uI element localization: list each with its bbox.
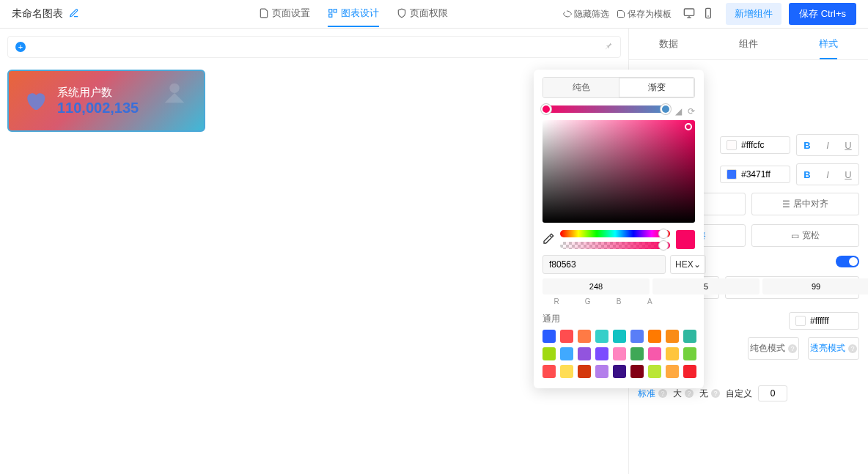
bg-color-input[interactable]: [789, 312, 859, 330]
preset-swatch[interactable]: [560, 365, 573, 378]
italic-button[interactable]: I: [817, 164, 838, 185]
preset-swatch[interactable]: [613, 330, 626, 343]
preset-swatch[interactable]: [595, 365, 608, 378]
rotate-icon[interactable]: ⟳: [688, 106, 695, 116]
preset-swatch[interactable]: [683, 365, 696, 378]
preset-swatch[interactable]: [613, 365, 626, 378]
preset-swatch[interactable]: [666, 330, 679, 343]
add-component-button[interactable]: 新增组件: [726, 3, 781, 25]
preset-swatch[interactable]: [578, 347, 591, 360]
format-select[interactable]: HEX ⌄: [670, 255, 706, 274]
radius-value-input[interactable]: [758, 385, 787, 401]
nav-chart-design[interactable]: 图表设计: [328, 1, 379, 27]
help-icon: ?: [788, 344, 797, 353]
preset-swatch[interactable]: [630, 365, 644, 378]
tab-style[interactable]: 样式: [788, 29, 868, 59]
nav-label: 页面权限: [410, 7, 448, 20]
edit-title-icon[interactable]: [69, 8, 79, 21]
gradient-stop-left[interactable]: [541, 104, 551, 114]
preset-swatch[interactable]: [666, 347, 679, 360]
tab-component[interactable]: 组件: [709, 29, 789, 59]
preset-swatch[interactable]: [648, 365, 661, 378]
r-input[interactable]: [542, 278, 650, 295]
help-icon: ?: [711, 389, 720, 398]
hex-input[interactable]: [542, 255, 666, 274]
preset-swatch[interactable]: [648, 347, 661, 360]
color-input-2[interactable]: [720, 166, 790, 183]
radius-standard[interactable]: 标准 ?: [638, 388, 667, 400]
gradient-stop-right[interactable]: [661, 104, 671, 114]
preset-swatch[interactable]: [578, 330, 591, 343]
nav-page-settings[interactable]: 页面设置: [259, 1, 310, 27]
nav-page-permission[interactable]: 页面权限: [397, 1, 448, 27]
preset-swatch[interactable]: [648, 330, 661, 343]
hide-filter-link[interactable]: 隐藏筛选: [563, 8, 609, 21]
color-input-1[interactable]: [720, 136, 790, 154]
color-picker-popup: 纯色 渐变 ◢ ⟳ HEX ⌄ ⌄ R G B A 通用: [534, 70, 704, 388]
preset-swatch[interactable]: [542, 347, 556, 360]
color-preview: [676, 230, 695, 249]
add-icon[interactable]: +: [15, 42, 26, 52]
bold-button[interactable]: B: [797, 164, 817, 185]
svg-rect-2: [329, 14, 332, 17]
mobile-icon[interactable]: [702, 7, 714, 21]
hue-slider[interactable]: [560, 230, 670, 237]
transparent-mode-button[interactable]: 透亮模式 ?: [808, 337, 859, 360]
g-label: G: [573, 297, 601, 305]
preset-swatch[interactable]: [630, 347, 644, 360]
metric-card[interactable]: 系统用户数 110,002,135: [7, 70, 205, 132]
heart-icon: [23, 89, 47, 113]
saturation-cursor[interactable]: [685, 123, 692, 130]
gradient-bar[interactable]: [542, 105, 669, 113]
decorative-shape: [160, 78, 189, 108]
svg-rect-0: [329, 10, 332, 12]
preset-swatch[interactable]: [560, 330, 573, 343]
preset-swatch[interactable]: [613, 347, 626, 360]
bold-button[interactable]: B: [797, 135, 817, 155]
pin-icon[interactable]: [604, 42, 613, 53]
alpha-thumb[interactable]: [658, 240, 669, 251]
preset-swatch[interactable]: [666, 365, 679, 378]
hue-thumb[interactable]: [658, 229, 669, 239]
preset-swatch[interactable]: [542, 330, 556, 343]
color-hex-field[interactable]: [810, 316, 851, 326]
save-button[interactable]: 保存 Ctrl+s: [789, 3, 856, 25]
radius-none[interactable]: 无 ?: [699, 388, 720, 400]
save-template-link[interactable]: 保存为模板: [617, 8, 672, 21]
color-hex-field[interactable]: [741, 140, 782, 150]
toggle-switch[interactable]: [836, 256, 859, 267]
flip-icon[interactable]: ◢: [675, 106, 682, 116]
preset-swatch[interactable]: [560, 347, 573, 360]
svg-rect-3: [684, 9, 694, 15]
preset-swatch[interactable]: [578, 365, 591, 378]
align-center-button[interactable]: ☰ 居中对齐: [751, 193, 859, 215]
preset-swatch[interactable]: [542, 365, 556, 378]
b-input[interactable]: [762, 278, 868, 295]
underline-button[interactable]: U: [838, 135, 858, 155]
spacing-loose[interactable]: ▭ 宽松: [751, 224, 859, 247]
italic-button[interactable]: I: [817, 135, 838, 155]
card-title: 系统用户数: [57, 86, 139, 100]
underline-button[interactable]: U: [838, 164, 858, 185]
preset-swatch[interactable]: [683, 330, 696, 343]
radius-large[interactable]: 大 ?: [673, 388, 694, 400]
saturation-area[interactable]: [542, 120, 695, 223]
g-input[interactable]: [652, 278, 760, 295]
solid-mode-button[interactable]: 纯色模式 ?: [748, 337, 799, 360]
svg-rect-1: [334, 10, 336, 12]
nav-label: 页面设置: [272, 7, 310, 20]
help-icon: ?: [658, 389, 667, 398]
alpha-slider[interactable]: [560, 242, 670, 249]
eyedropper-icon[interactable]: [542, 233, 554, 247]
preset-swatch[interactable]: [595, 330, 608, 343]
desktop-icon[interactable]: [683, 7, 695, 21]
picker-tab-gradient[interactable]: 渐变: [619, 78, 694, 97]
picker-tab-solid[interactable]: 纯色: [543, 78, 619, 97]
color-swatch: [727, 140, 737, 150]
color-hex-field[interactable]: [741, 169, 782, 179]
tab-data[interactable]: 数据: [629, 29, 709, 59]
preset-swatch[interactable]: [683, 347, 696, 360]
radius-custom[interactable]: 自定义: [726, 388, 752, 400]
preset-swatch[interactable]: [595, 347, 608, 360]
preset-swatch[interactable]: [630, 330, 644, 343]
